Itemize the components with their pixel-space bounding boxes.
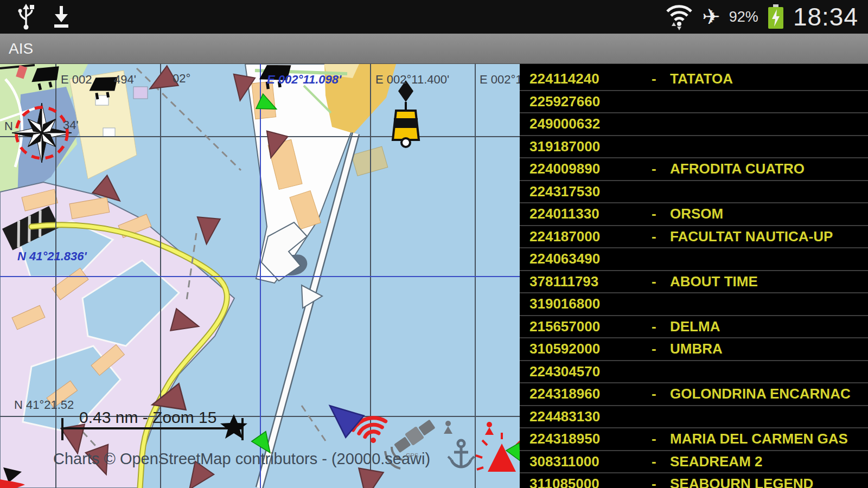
separator: - bbox=[652, 341, 670, 357]
download-icon bbox=[52, 4, 71, 30]
grid-label: 494' bbox=[114, 73, 136, 86]
mmsi: 224011330 bbox=[529, 206, 652, 222]
list-item[interactable]: 319016800 bbox=[520, 293, 868, 316]
separator: - bbox=[652, 431, 670, 447]
list-item[interactable]: 224011330-ORSOM bbox=[520, 203, 868, 226]
list-item[interactable]: 224317530 bbox=[520, 181, 868, 204]
separator: - bbox=[652, 453, 670, 470]
separator: - bbox=[652, 318, 670, 335]
grid-label: N 41°21.52 bbox=[14, 398, 74, 412]
mmsi: 225927660 bbox=[529, 93, 652, 110]
vessel-name: FACULTAT NAUTICA-UP bbox=[670, 228, 833, 245]
mmsi: 310592000 bbox=[529, 341, 652, 357]
mmsi: 249000632 bbox=[529, 115, 652, 132]
vessel-name: DELMA bbox=[670, 318, 720, 335]
vessel-name: MARIA DEL CARMEN GAS bbox=[670, 431, 848, 447]
clock: 18:34 bbox=[793, 2, 858, 31]
list-item[interactable]: 249000632 bbox=[520, 113, 868, 136]
grid-label: N 41°21.836' bbox=[17, 249, 87, 263]
scale-label: 0.43 nm - Zoom 15 bbox=[79, 408, 216, 426]
mmsi: 224009890 bbox=[529, 160, 652, 177]
vessel-list[interactable]: 224114240-TATATOA22592766024900063231918… bbox=[520, 64, 868, 488]
vessel-name: ABOUT TIME bbox=[670, 273, 758, 290]
list-item[interactable]: 224318950-MARIA DEL CARMEN GAS bbox=[520, 428, 868, 451]
grid-label: 34' bbox=[63, 118, 79, 132]
mmsi: 319016800 bbox=[529, 296, 652, 312]
separator: - bbox=[652, 70, 670, 87]
mmsi: 224318950 bbox=[529, 431, 652, 447]
mmsi: 224063490 bbox=[529, 251, 652, 267]
list-item[interactable]: 378111793-ABOUT TIME bbox=[520, 271, 868, 294]
battery-charging-icon bbox=[767, 4, 784, 30]
list-item[interactable]: 225927660 bbox=[520, 91, 868, 114]
grid-label: E 002°1 bbox=[480, 73, 520, 86]
grid-label: N bbox=[4, 119, 13, 133]
list-item[interactable]: 319187000 bbox=[520, 136, 868, 159]
mmsi: 378111793 bbox=[529, 273, 652, 290]
app-title: AIS bbox=[9, 40, 33, 57]
list-item[interactable]: 310592000-UMBRA bbox=[520, 338, 868, 361]
separator: - bbox=[652, 476, 670, 488]
list-item[interactable]: 311085000-SEABOURN LEGEND bbox=[520, 473, 868, 488]
grid-label: GPS bbox=[406, 452, 418, 459]
separator: - bbox=[652, 273, 670, 290]
mmsi: 308311000 bbox=[529, 453, 652, 470]
mmsi: 224317530 bbox=[529, 183, 652, 200]
separator: - bbox=[652, 206, 670, 222]
grid-label: 02° bbox=[173, 72, 190, 85]
list-item[interactable]: 224187000-FACULTAT NAUTICA-UP bbox=[520, 226, 868, 249]
vessel-name: UMBRA bbox=[670, 341, 723, 357]
list-item[interactable]: 224318960-GOLONDRINA ENCARNAC bbox=[520, 383, 868, 406]
vessel-name: TATATOA bbox=[670, 70, 733, 87]
list-item[interactable]: 224483130 bbox=[520, 406, 868, 429]
mmsi: 224483130 bbox=[529, 408, 652, 425]
map-attribution: Charts © OpenStreetMap contributors - (2… bbox=[53, 450, 430, 467]
mmsi: 224114240 bbox=[529, 70, 652, 87]
usb-icon bbox=[16, 3, 36, 30]
vessel-name: AFRODITA CUATRO bbox=[670, 160, 805, 177]
grid-label: E 002°11.400' bbox=[375, 73, 449, 86]
chart-map[interactable]: 0.43 nm - Zoom 15 Charts © OpenStreetMap… bbox=[0, 64, 520, 488]
grid-label: E 002°11.098' bbox=[267, 73, 342, 86]
status-bar-right: ✈ 92% 18:34 bbox=[665, 2, 868, 31]
vessel-name: ORSOM bbox=[670, 206, 723, 222]
separator: - bbox=[652, 160, 670, 177]
title-bar: AIS bbox=[0, 34, 868, 64]
mmsi: 224187000 bbox=[529, 228, 652, 245]
grid-label: E 002 bbox=[61, 73, 92, 86]
status-bar: ✈ 92% 18:34 bbox=[0, 0, 868, 34]
vessel-name: GOLONDRINA ENCARNAC bbox=[670, 386, 851, 402]
wifi-icon bbox=[665, 3, 693, 30]
mmsi: 224318960 bbox=[529, 386, 652, 402]
screen: ✈ 92% 18:34 AIS bbox=[0, 0, 868, 488]
vessel-name: SEABOURN LEGEND bbox=[670, 476, 813, 488]
vessel-name: SEADREAM 2 bbox=[670, 453, 762, 470]
separator: - bbox=[652, 386, 670, 402]
mmsi: 224304570 bbox=[529, 363, 652, 380]
mmsi: 319187000 bbox=[529, 138, 652, 155]
mmsi: 215657000 bbox=[529, 318, 652, 335]
list-item[interactable]: 224114240-TATATOA bbox=[520, 68, 868, 91]
battery-percent: 92% bbox=[729, 9, 758, 25]
list-item[interactable]: 224009890-AFRODITA CUATRO bbox=[520, 158, 868, 181]
status-bar-left bbox=[0, 3, 71, 30]
airplane-icon: ✈ bbox=[702, 6, 720, 28]
list-item[interactable]: 215657000-DELMA bbox=[520, 316, 868, 339]
list-item[interactable]: 224063490 bbox=[520, 248, 868, 271]
list-item[interactable]: 224304570 bbox=[520, 361, 868, 384]
list-item[interactable]: 308311000-SEADREAM 2 bbox=[520, 451, 868, 474]
separator: - bbox=[652, 228, 670, 245]
mmsi: 311085000 bbox=[529, 476, 652, 488]
